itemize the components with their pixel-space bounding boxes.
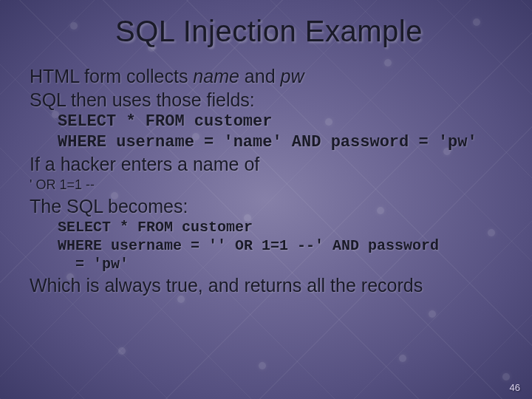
page-number: 46 [510,382,520,393]
text-fragment: and [239,66,281,86]
injection-payload: ' OR 1=1 -- [30,177,508,193]
code-block-1-line-1: SELECT * FROM customer [58,112,508,132]
code-block-2-line-1: SELECT * FROM customer [58,218,508,236]
italic-name: name [193,66,239,86]
slide-content: SQL Injection Example HTML form collects… [0,0,532,399]
body-line-5: The SQL becomes: [30,194,508,218]
code-block-2-line-2: WHERE username = '' OR 1=1 --' AND passw… [58,236,508,255]
code-block-2-line-3: = 'pw' [58,255,508,273]
italic-pw: pw [280,66,304,86]
body-line-6: Which is always true, and returns all th… [30,273,508,297]
body-line-3: If a hacker enters a name of [30,152,508,176]
body-line-1: HTML form collects name and pw [30,64,508,88]
code-block-1-line-2: WHERE username = 'name' AND password = '… [58,132,508,153]
body-line-2: SQL then uses those fields: [30,88,508,112]
slide-title: SQL Injection Example [30,15,508,48]
text-fragment: HTML form collects [30,66,193,86]
